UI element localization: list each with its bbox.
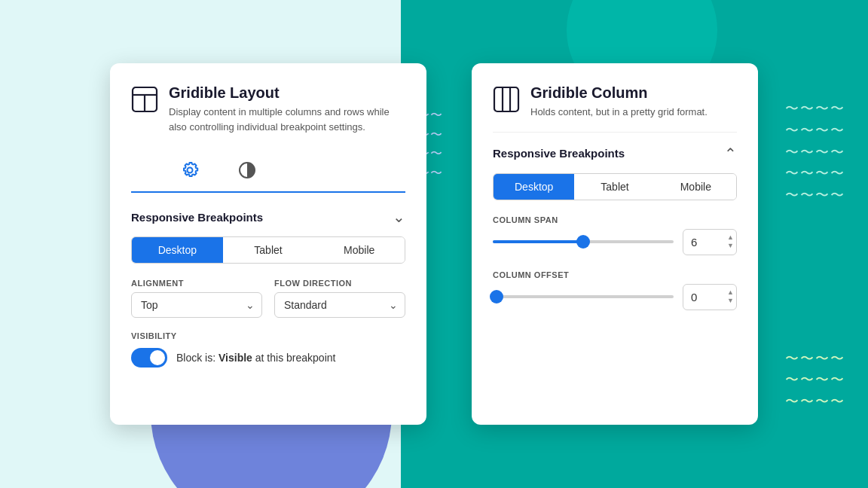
left-breakpoint-tabs: Desktop Tablet Mobile — [131, 236, 405, 264]
left-breakpoints-label: Responsive Breakpoints — [131, 211, 263, 224]
fields-row: ALIGNMENT Top Middle Bottom ⌄ FLOW DIREC… — [131, 279, 405, 318]
column-span-spinners: ▲ ▼ — [727, 233, 734, 250]
left-breakpoints-section-row: Responsive Breakpoints ⌄ — [131, 208, 405, 226]
column-span-section: COLUMN SPAN ▲ ▼ — [493, 215, 737, 255]
right-tab-mobile[interactable]: Mobile — [656, 174, 736, 200]
column-span-slider-wrapper — [493, 234, 674, 249]
column-span-thumb[interactable] — [576, 235, 590, 249]
left-tab-mobile[interactable]: Mobile — [313, 237, 405, 263]
right-panel-desc: Holds content, but in a pretty grid form… — [530, 105, 708, 120]
column-span-up[interactable]: ▲ — [727, 233, 734, 242]
column-span-fill — [493, 240, 583, 243]
visibility-toggle[interactable] — [131, 348, 167, 368]
right-panel: Gridible Column Holds content, but in a … — [472, 63, 758, 425]
right-breakpoints-chevron-up[interactable]: ⌃ — [724, 145, 737, 163]
column-offset-thumb[interactable] — [490, 290, 503, 303]
column-span-slider-row: ▲ ▼ — [493, 229, 737, 255]
flow-direction-group: FLOW DIRECTION Standard Reverse ⌄ — [274, 279, 405, 318]
right-breakpoints-section-row: Responsive Breakpoints ⌃ — [493, 145, 737, 163]
column-span-input-wrapper: ▲ ▼ — [683, 229, 737, 255]
breakpoints-chevron-down[interactable]: ⌄ — [393, 208, 405, 226]
left-tab-tablet[interactable]: Tablet — [223, 237, 314, 263]
visibility-text: Block is: Visible at this breakpoint — [176, 352, 335, 364]
column-span-label: COLUMN SPAN — [493, 215, 737, 224]
toggle-knob — [150, 350, 165, 365]
column-icon — [493, 86, 520, 113]
column-offset-track — [493, 295, 674, 298]
column-span-down[interactable]: ▼ — [727, 242, 734, 250]
column-offset-input-wrapper: ▲ ▼ — [683, 284, 737, 310]
alignment-group: ALIGNMENT Top Middle Bottom ⌄ — [131, 279, 262, 318]
svg-rect-4 — [494, 87, 518, 111]
left-panel-desc: Display content in multiple columns and … — [169, 105, 405, 134]
column-offset-down[interactable]: ▼ — [727, 297, 734, 305]
left-panel: Gridible Layout Display content in multi… — [110, 63, 426, 425]
column-offset-up[interactable]: ▲ — [727, 288, 734, 297]
settings-icon-tab[interactable] — [176, 157, 203, 184]
column-offset-spinners: ▲ ▼ — [727, 288, 734, 305]
column-offset-section: COLUMN OFFSET ▲ ▼ — [493, 270, 737, 310]
layout-icon — [131, 86, 158, 113]
right-tab-tablet[interactable]: Tablet — [574, 174, 655, 200]
alignment-select[interactable]: Top Middle Bottom — [131, 292, 262, 318]
column-offset-slider-wrapper — [493, 289, 674, 304]
visibility-section: VISIBILITY Block is: Visible at this bre… — [131, 331, 405, 368]
right-panel-header: Gridible Column Holds content, but in a … — [493, 84, 737, 120]
left-panel-header: Gridible Layout Display content in multi… — [131, 84, 405, 134]
visibility-label: VISIBILITY — [131, 331, 405, 340]
flow-direction-select-wrapper: Standard Reverse ⌄ — [274, 292, 405, 318]
left-panel-title: Gridible Layout — [169, 84, 405, 102]
right-breakpoint-tabs: Desktop Tablet Mobile — [493, 173, 737, 200]
right-panel-title: Gridible Column — [530, 84, 708, 102]
panels-container: Gridible Layout Display content in multi… — [0, 0, 868, 488]
left-tab-desktop[interactable]: Desktop — [132, 237, 223, 263]
right-panel-divider — [493, 132, 737, 133]
column-offset-slider-row: ▲ ▼ — [493, 284, 737, 310]
visibility-row: Block is: Visible at this breakpoint — [131, 348, 405, 368]
right-tab-desktop[interactable]: Desktop — [494, 174, 574, 200]
column-offset-label: COLUMN OFFSET — [493, 270, 737, 279]
right-breakpoints-label: Responsive Breakpoints — [493, 147, 625, 160]
left-panel-title-desc: Gridible Layout Display content in multi… — [169, 84, 405, 134]
alignment-label: ALIGNMENT — [131, 279, 262, 288]
icon-tabs — [131, 143, 405, 193]
flow-direction-label: FLOW DIRECTION — [274, 279, 405, 288]
alignment-select-wrapper: Top Middle Bottom ⌄ — [131, 292, 262, 318]
half-circle-icon-tab[interactable] — [234, 157, 261, 184]
flow-direction-select[interactable]: Standard Reverse — [274, 292, 405, 318]
column-span-track — [493, 240, 674, 243]
right-panel-title-desc: Gridible Column Holds content, but in a … — [530, 84, 708, 120]
